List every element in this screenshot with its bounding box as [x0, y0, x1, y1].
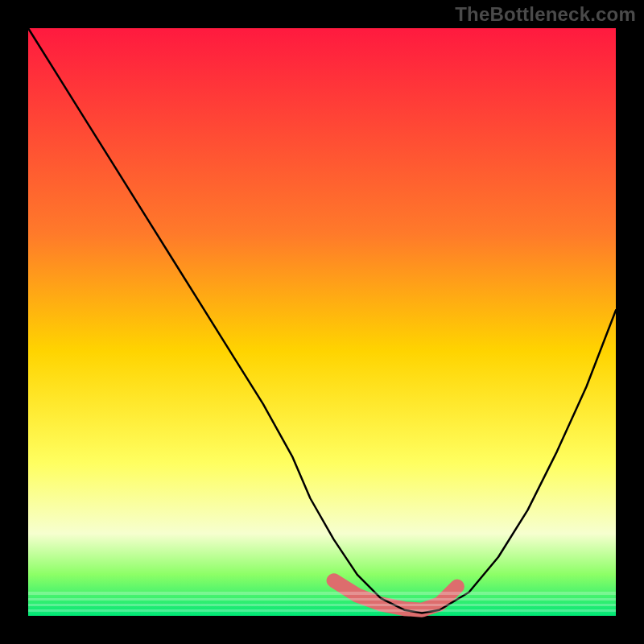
svg-rect-1 — [28, 598, 616, 601]
chart-svg — [0, 0, 644, 644]
svg-rect-0 — [28, 592, 616, 595]
plot-area — [28, 28, 616, 616]
svg-rect-2 — [28, 604, 616, 606]
svg-rect-3 — [28, 609, 616, 612]
chart-frame: TheBottleneck.com — [0, 0, 644, 644]
watermark-text: TheBottleneck.com — [455, 3, 636, 26]
